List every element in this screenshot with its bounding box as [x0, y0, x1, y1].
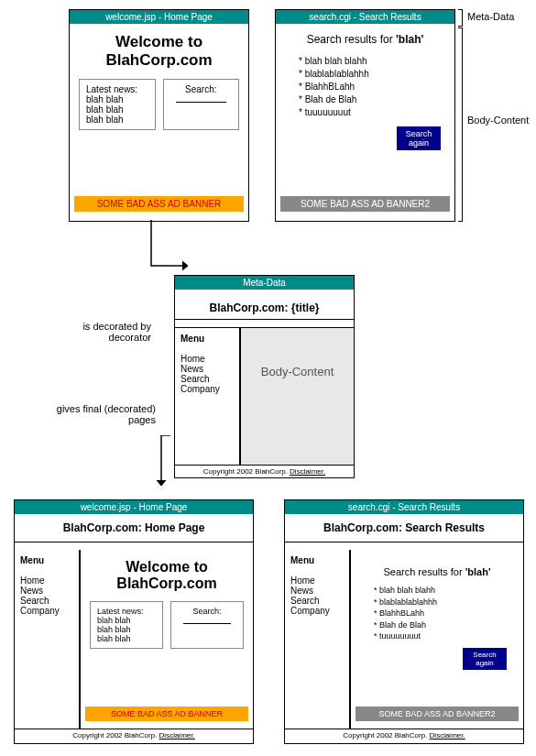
welcome-heading: Welcome to BlahCorp.com [70, 33, 248, 70]
decorated-by-label: is decorated by decorator [60, 321, 151, 343]
search-heading: Search results for 'blah' [360, 566, 514, 577]
search-again-button[interactable]: Search again [397, 126, 441, 150]
result-item: * Blah de Blah [374, 619, 500, 631]
page-title-bar: welcome.jsp - Home Page [15, 500, 253, 514]
result-item: * Blah de Blah [299, 93, 432, 106]
body-bracket [458, 27, 463, 222]
menu-cell: Menu HomeNewsSearchCompany [175, 327, 240, 465]
page-title-bar: Meta-Data [175, 276, 354, 290]
footer: Copyright 2002 BlahCorp. Disclaimer. [15, 729, 253, 741]
ad-banner-orange: SOME BAD ASS AD BANNER [74, 196, 244, 212]
ad-banner-gray: SOME BAD ASS AD BANNER2 [280, 196, 450, 212]
top-right-page: search.cgi - Search Results Search resul… [275, 9, 455, 222]
search-box[interactable]: Search: [170, 601, 244, 649]
search-again-button[interactable]: Search again [463, 648, 507, 670]
page-title-bar: search.cgi - Search Results [276, 10, 454, 24]
result-item: * tuuuuuuuut [374, 630, 500, 642]
news-box: Latest news: blah blah blah blah blah bl… [79, 79, 156, 130]
bottom-right-page: search.cgi - Search Results BlahCorp.com… [284, 499, 524, 744]
body-label: Body-Content [467, 115, 529, 126]
welcome-heading: Welcome to BlahCorp.com [81, 559, 253, 592]
search-box[interactable]: Search: [163, 79, 240, 130]
page-heading: BlahCorp.com: Search Results [285, 521, 523, 542]
meta-label: Meta-Data [467, 11, 514, 22]
bottom-left-page: welcome.jsp - Home Page BlahCorp.com: Ho… [14, 499, 254, 744]
ad-banner-gray: SOME BAD ASS AD BANNER2 [356, 707, 519, 721]
top-left-page: welcome.jsp - Home Page Welcome to BlahC… [69, 9, 249, 222]
ad-banner-orange: SOME BAD ASS AD BANNER [85, 707, 248, 721]
footer: Copyright 2002 BlahCorp. Disclaimer. [175, 465, 354, 477]
result-item: * blablablablahhh [299, 68, 432, 81]
body-placeholder: Body-Content [240, 327, 354, 465]
news-box: Latest news: blah blah blah blah blah bl… [90, 601, 163, 649]
page-title-bar: search.cgi - Search Results [285, 500, 523, 514]
meta-bracket [458, 9, 463, 27]
template-heading: BlahCorp.com: {title} [175, 297, 354, 320]
search-heading: Search results for 'blah' [276, 33, 454, 46]
result-item: * BlahhBLahh [374, 608, 500, 619]
result-item: * BlahhBLahh [299, 81, 432, 93]
page-heading: BlahCorp.com: Home Page [15, 521, 253, 542]
result-item: * tuuuuuuuut [299, 106, 432, 119]
result-item: * blah blah blahh [299, 55, 432, 68]
search-label: Search: [185, 84, 216, 94]
decorator-page: Meta-Data BlahCorp.com: {title} Menu Hom… [174, 275, 355, 478]
menu-cell: Menu HomeNewsSearchCompany [285, 550, 350, 729]
gives-final-label: gives final (decorated) pages [37, 403, 156, 425]
page-title-bar: welcome.jsp - Home Page [70, 10, 248, 24]
arrow-down-2 [152, 435, 180, 490]
menu-cell: Menu HomeNewsSearchCompany [15, 550, 80, 729]
footer: Copyright 2002 BlahCorp. Disclaimer. [285, 729, 523, 741]
arrow-down-1 [142, 220, 197, 284]
result-item: * blah blah blahh [374, 585, 500, 597]
result-item: * blablablablahhh [374, 597, 500, 608]
